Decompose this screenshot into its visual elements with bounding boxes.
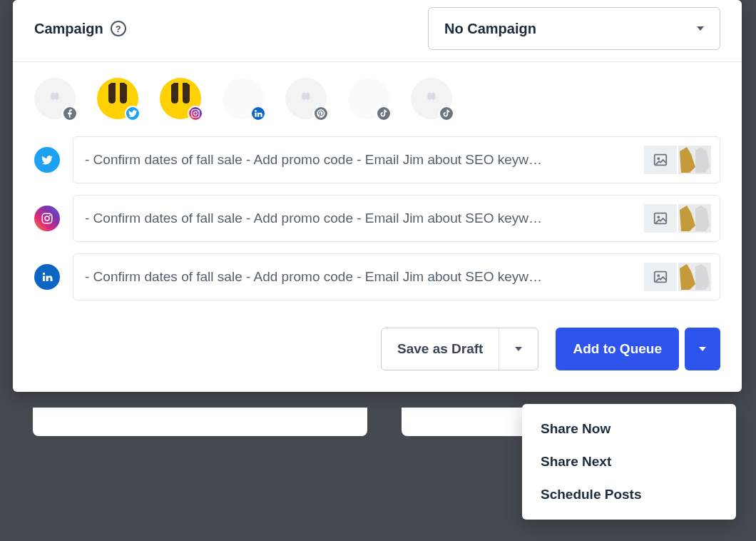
campaign-dropdown[interactable]: No Campaign — [428, 7, 720, 50]
profile-pinterest[interactable] — [285, 78, 327, 119]
post-row-twitter: - Confirm dates of fall sale - Add promo… — [34, 136, 720, 183]
profile-facebook[interactable] — [34, 78, 76, 119]
profile-tiktok-2[interactable] — [411, 78, 452, 119]
instagram-icon — [188, 106, 203, 121]
post-row-instagram: - Confirm dates of fall sale - Add promo… — [34, 195, 720, 242]
facebook-icon — [62, 106, 78, 121]
add-to-queue-dropdown-button[interactable] — [685, 328, 720, 370]
post-row-body[interactable]: - Confirm dates of fall sale - Add promo… — [73, 136, 720, 183]
profile-picker — [13, 62, 742, 131]
save-draft-button-group: Save as Draft — [381, 328, 538, 370]
post-text: - Confirm dates of fall sale - Add promo… — [85, 269, 644, 285]
save-draft-dropdown-button[interactable] — [499, 328, 538, 370]
post-row-linkedin: - Confirm dates of fall sale - Add promo… — [34, 253, 720, 300]
add-to-queue-label: Add to Queue — [556, 341, 679, 357]
post-attachments — [644, 146, 711, 174]
attachment-thumbnail[interactable] — [678, 204, 711, 233]
campaign-title: Campaign — [34, 21, 103, 37]
avatar-placeholder-icon — [298, 91, 314, 106]
avatar-placeholder-icon — [47, 91, 63, 106]
help-icon[interactable]: ? — [111, 21, 126, 36]
image-icon[interactable] — [644, 263, 677, 291]
campaign-dropdown-label: No Campaign — [444, 21, 536, 37]
svg-point-13 — [657, 274, 660, 277]
menu-item-share-now[interactable]: Share Now — [522, 413, 736, 445]
post-text: - Confirm dates of fall sale - Add promo… — [85, 211, 644, 226]
linkedin-icon — [250, 106, 266, 121]
pinterest-icon — [313, 106, 329, 121]
svg-point-1 — [194, 112, 198, 116]
post-attachments — [644, 263, 711, 291]
post-list: - Confirm dates of fall sale - Add promo… — [13, 131, 742, 328]
profile-instagram[interactable] — [160, 78, 201, 119]
footer-actions: Save as Draft Add to Queue — [13, 328, 742, 392]
chevron-down-icon — [697, 26, 704, 31]
profile-twitter[interactable] — [97, 78, 138, 119]
post-attachments — [644, 204, 711, 233]
tiktok-icon — [376, 106, 392, 121]
svg-point-4 — [657, 157, 660, 160]
chevron-down-icon — [515, 347, 522, 351]
attachment-thumbnail[interactable] — [678, 146, 711, 174]
svg-point-2 — [197, 111, 198, 112]
svg-point-8 — [49, 215, 51, 216]
chevron-down-icon — [699, 347, 706, 351]
avatar-placeholder-icon — [424, 91, 439, 106]
post-row-body[interactable]: - Confirm dates of fall sale - Add promo… — [73, 253, 720, 300]
twitter-icon — [125, 106, 141, 121]
image-icon[interactable] — [644, 204, 677, 233]
tiktok-icon — [439, 106, 454, 121]
profile-linkedin[interactable] — [223, 78, 264, 119]
post-row-body[interactable]: - Confirm dates of fall sale - Add promo… — [73, 195, 720, 242]
attachment-thumbnail[interactable] — [678, 263, 711, 291]
add-to-queue-button[interactable]: Add to Queue — [556, 328, 679, 370]
menu-item-share-next[interactable]: Share Next — [522, 445, 736, 478]
linkedin-icon — [34, 264, 60, 290]
save-draft-button[interactable]: Save as Draft — [382, 341, 499, 357]
profile-tiktok-1[interactable] — [348, 78, 389, 119]
post-text: - Confirm dates of fall sale - Add promo… — [85, 152, 644, 168]
compose-modal: Campaign ? No Campaign — [13, 0, 742, 392]
svg-point-7 — [45, 216, 49, 221]
campaign-header: Campaign ? No Campaign — [13, 0, 742, 62]
svg-point-10 — [657, 216, 660, 218]
menu-item-schedule-posts[interactable]: Schedule Posts — [522, 478, 736, 511]
queue-dropdown-menu: Share Now Share Next Schedule Posts — [522, 404, 736, 520]
image-icon[interactable] — [644, 146, 677, 174]
instagram-icon — [34, 206, 60, 231]
twitter-icon — [34, 147, 60, 173]
